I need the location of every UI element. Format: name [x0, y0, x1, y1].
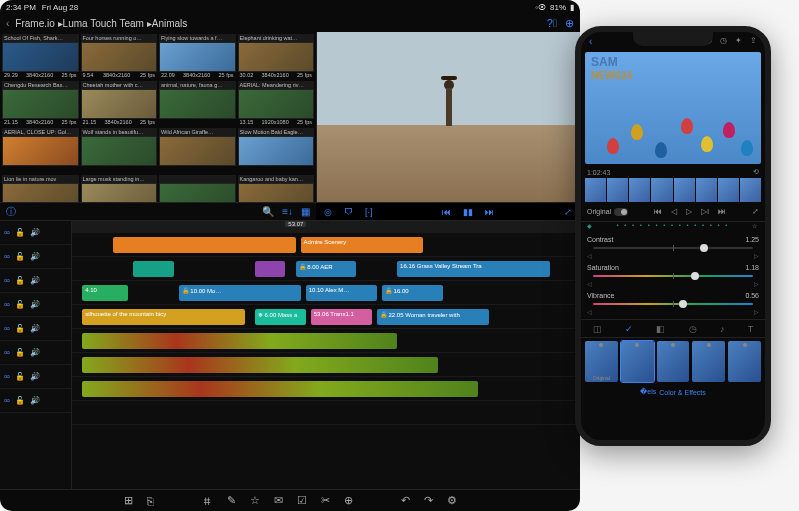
- library-clip[interactable]: Lion lie in nature.mov: [2, 175, 79, 202]
- skip-fwd-icon[interactable]: ⏭: [485, 207, 494, 217]
- track-header[interactable]: ∞🔓🔊: [0, 317, 71, 341]
- phone-preview[interactable]: SAM NEWS24: [585, 52, 761, 164]
- track-header[interactable]: ∞🔓🔊: [0, 245, 71, 269]
- timeline-clip[interactable]: Admire Scenery: [301, 237, 423, 253]
- library-clip[interactable]: Four horses running o… 9.543840x216025 f…: [81, 34, 158, 79]
- undo-icon[interactable]: ↶: [401, 494, 410, 507]
- preset-thumb[interactable]: [657, 341, 690, 382]
- skip-back-icon[interactable]: ⏮: [442, 207, 451, 217]
- timeline-clip[interactable]: silhouette of the mountain bicy: [82, 309, 245, 325]
- library-clip[interactable]: Slow Motion Bald Eagle…: [238, 128, 315, 173]
- mute-icon[interactable]: 🔊: [30, 300, 40, 309]
- link-icon[interactable]: ∞: [4, 252, 10, 261]
- timeline-clip[interactable]: [133, 261, 174, 277]
- library-clip[interactable]: Kangaroo and baby kan…: [238, 175, 315, 202]
- timeline[interactable]: 53.07 Admire Scenery🔒 8.00 AER16.16 Gras…: [72, 221, 580, 489]
- link-icon[interactable]: ∞: [4, 324, 10, 333]
- library-clip[interactable]: Chengdu Research Bas… 21.153840x216025 f…: [2, 81, 79, 126]
- keyframe-dots[interactable]: ◆ • • • • • • • • • • • • • • • ☆: [581, 222, 765, 232]
- redo-icon[interactable]: ↷: [424, 494, 433, 507]
- p-expand-icon[interactable]: ⤢: [752, 207, 759, 216]
- library-clip[interactable]: AERIAL: Meandering riv… 13.151920x108025…: [238, 81, 315, 126]
- expand-icon[interactable]: ⤢: [564, 207, 572, 217]
- lock-icon[interactable]: 🔓: [15, 252, 25, 261]
- help-icon[interactable]: ?⃝: [547, 17, 557, 30]
- timeline-clip[interactable]: 🔒 16.00: [382, 285, 443, 301]
- tab-speed-icon[interactable]: ◷: [689, 324, 697, 334]
- link-icon[interactable]: ∞: [4, 276, 10, 285]
- share-icon[interactable]: ⇪: [750, 36, 757, 50]
- mute-icon[interactable]: 🔊: [30, 396, 40, 405]
- duplicate-icon[interactable]: ⎘: [147, 495, 154, 507]
- timeline-clip[interactable]: 🔒 22.05 Woman traveler with: [377, 309, 489, 325]
- mute-icon[interactable]: 🔊: [30, 324, 40, 333]
- track-header[interactable]: ∞🔓🔊: [0, 293, 71, 317]
- mute-icon[interactable]: 🔊: [30, 276, 40, 285]
- lock-icon[interactable]: 🔓: [15, 396, 25, 405]
- timeline-clip[interactable]: 4.10: [82, 285, 128, 301]
- library-clip[interactable]: [159, 175, 236, 202]
- p-play-icon[interactable]: ▷: [686, 207, 692, 216]
- tab-crop-icon[interactable]: ◫: [593, 324, 602, 334]
- timeline-track[interactable]: silhouette of the mountain bicy❄ 6.00 Ma…: [72, 305, 580, 329]
- p-step-back-icon[interactable]: ◁: [671, 207, 677, 216]
- preset-thumb[interactable]: [692, 341, 725, 382]
- add-icon[interactable]: ⊕: [565, 17, 574, 30]
- timeline-clip[interactable]: 53.06 Trans1.1: [311, 309, 372, 325]
- link-icon[interactable]: ∞: [4, 300, 10, 309]
- marker-icon[interactable]: ◎: [324, 207, 332, 217]
- library-clip[interactable]: Elephant drinking wat… 30.023840x216025 …: [238, 34, 315, 79]
- loop-icon[interactable]: ⟲: [753, 168, 759, 176]
- preset-thumb[interactable]: Original: [585, 341, 618, 382]
- slider-saturation[interactable]: Saturation1.18 ◁▷: [587, 264, 759, 287]
- link-icon[interactable]: ∞: [4, 372, 10, 381]
- mute-icon[interactable]: 🔊: [30, 252, 40, 261]
- mute-icon[interactable]: 🔊: [30, 348, 40, 357]
- slider-vibrance[interactable]: Vibrance0.56 ◁▷: [587, 292, 759, 315]
- timeline-track[interactable]: [72, 377, 580, 401]
- add-media-icon[interactable]: ⊞: [124, 494, 133, 507]
- settings-icon[interactable]: ⚙: [447, 494, 457, 507]
- library-clip[interactable]: Wild African Giraffe…: [159, 128, 236, 173]
- track-header[interactable]: ∞🔓🔊: [0, 269, 71, 293]
- library-clip[interactable]: School Of Fish, Shark… 29.293840x216025 …: [2, 34, 79, 79]
- lock-icon[interactable]: 🔓: [15, 228, 25, 237]
- link-icon[interactable]: ∞: [4, 228, 10, 237]
- plus-icon[interactable]: ⊕: [344, 494, 353, 507]
- timeline-track[interactable]: [72, 353, 580, 377]
- timeline-track[interactable]: [72, 329, 580, 353]
- track-header[interactable]: ∞🔓🔊: [0, 221, 71, 245]
- mail-icon[interactable]: ✉: [274, 494, 283, 507]
- favorite-icon[interactable]: ☆: [752, 222, 759, 232]
- library-clip[interactable]: AERIAL, CLOSE UP: Gol…: [2, 128, 79, 173]
- slider-contrast[interactable]: Contrast1.25 ◁▷: [587, 236, 759, 259]
- info-icon[interactable]: ⓘ: [6, 205, 16, 219]
- tab-audio-icon[interactable]: ♪: [720, 324, 725, 334]
- lock-icon[interactable]: 🔓: [15, 372, 25, 381]
- clock-icon[interactable]: ◷: [720, 36, 727, 50]
- tab-color-icon[interactable]: ✓: [625, 324, 633, 334]
- bracket-icon[interactable]: [·]: [365, 207, 373, 217]
- p-skip-fwd-icon[interactable]: ⏭: [718, 207, 726, 216]
- p-step-fwd-icon[interactable]: ▷I: [701, 207, 709, 216]
- preset-thumb[interactable]: [728, 341, 761, 382]
- timeline-clip[interactable]: 16.16 Grass Valley Stream Tra: [397, 261, 549, 277]
- lock-icon[interactable]: 🔓: [15, 348, 25, 357]
- cut-icon[interactable]: ✂: [321, 494, 330, 507]
- library-clip[interactable]: Cheetah mother with c… 21.153840x216025 …: [81, 81, 158, 126]
- mute-icon[interactable]: 🔊: [30, 228, 40, 237]
- track-header[interactable]: ∞🔓🔊: [0, 389, 71, 413]
- check-icon[interactable]: ☑: [297, 494, 307, 507]
- tab-fx-icon[interactable]: ◧: [656, 324, 665, 334]
- edit-icon[interactable]: ✎: [227, 494, 236, 507]
- timeline-track[interactable]: Admire Scenery: [72, 233, 580, 257]
- star-icon[interactable]: ☆: [250, 494, 260, 507]
- timeline-track[interactable]: [72, 401, 580, 425]
- grid-view-icon[interactable]: ▦: [301, 206, 310, 217]
- breadcrumb-path[interactable]: Frame.io ▸Luma Touch Team ▸Animals: [15, 18, 541, 29]
- timeline-clip[interactable]: 🔒 8.00 AER: [296, 261, 357, 277]
- timeline-clip[interactable]: 10.10 Alex M…: [306, 285, 377, 301]
- mute-icon[interactable]: 🔊: [30, 372, 40, 381]
- lock-icon[interactable]: 🔓: [15, 324, 25, 333]
- sort-icon[interactable]: ≡↓: [282, 206, 293, 217]
